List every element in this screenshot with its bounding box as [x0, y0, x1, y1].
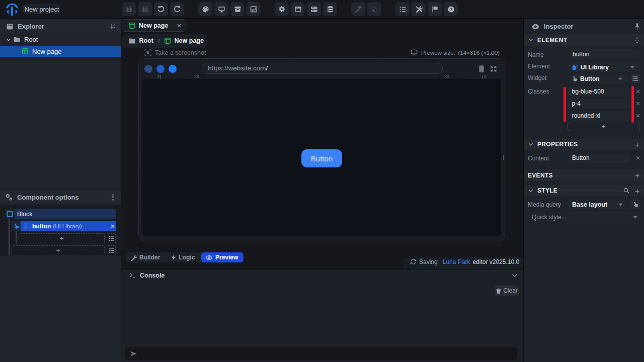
svg-text:A: A [113, 23, 115, 26]
svg-text:?: ? [449, 7, 452, 12]
svg-text:Z: Z [113, 27, 115, 30]
